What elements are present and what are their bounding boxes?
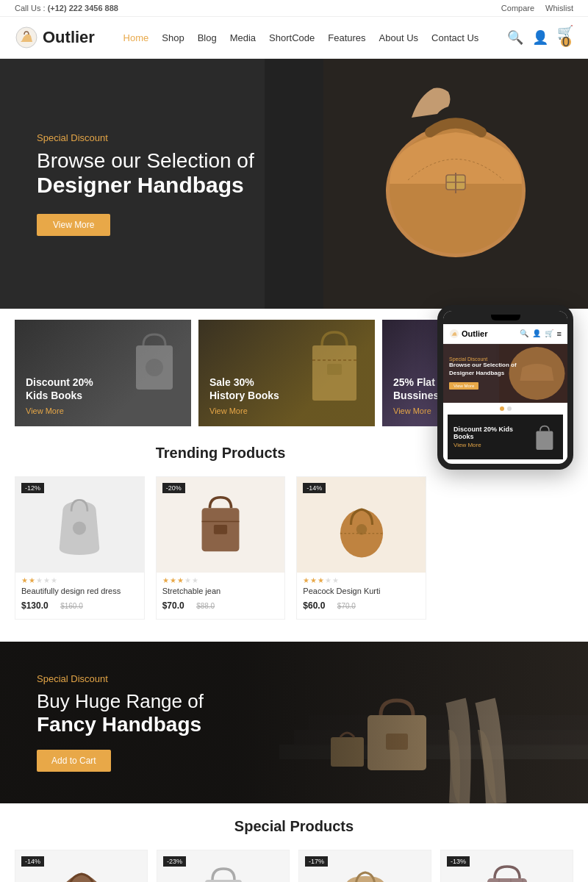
svg-rect-15 (214, 525, 227, 534)
hero-discount-label: Special Discount (37, 132, 254, 143)
product-badge-1: -12% (21, 483, 44, 493)
promo-card-1-link[interactable]: View More (26, 406, 180, 415)
product-pricing-3: $60.0 $70.0 (297, 598, 426, 612)
phone-promo-bag (532, 420, 557, 453)
nav-contact[interactable]: Contact Us (431, 32, 478, 43)
second-hero-banner: Special Discount Buy Huge Range of Fancy… (0, 642, 588, 803)
trending-products-area: Trending Products -12% ★ ★ (15, 445, 573, 620)
hero-title-line1: Browse our Selection of (37, 149, 254, 173)
phone-cart-icon: 🛒 (545, 329, 553, 338)
product-stars-3: ★ ★ ★ ★ ★ (297, 573, 426, 587)
header: Outlier Home Shop Blog Media ShortCode F… (0, 17, 588, 59)
special-product-badge-3: -17% (305, 856, 328, 867)
product-stars-1: ★ ★ ★ ★ ★ (15, 573, 144, 587)
hero-content: Special Discount Browse our Selection of… (0, 132, 291, 236)
second-hero-line1: Buy Huge Range of (37, 690, 204, 713)
special-products-title: Special Products (15, 818, 573, 835)
main-nav: Home Shop Blog Media ShortCode Features … (123, 32, 479, 43)
promo-card-1: Discount 20%Kids Books View More (15, 320, 191, 426)
phone-logo-icon (449, 329, 459, 339)
cart-badge: 0 (561, 37, 571, 47)
special-bag-svg-4 (481, 858, 533, 882)
logo[interactable]: Outlier (15, 26, 95, 49)
nav-media[interactable]: Media (230, 32, 256, 43)
topbar-phone: Call Us : (+12) 222 3456 888 (15, 4, 118, 12)
product-badge-3: -14% (303, 483, 326, 493)
phone-header: Outlier 🔍 👤 🛒 ≡ (443, 324, 567, 344)
product-name-2: Stretchable jean (157, 587, 285, 595)
phone-account-icon: 👤 (532, 329, 541, 338)
svg-point-13 (73, 521, 86, 534)
phone-logo-area: Outlier (449, 329, 487, 339)
product-name-3: Peacock Design Kurti (297, 587, 426, 595)
phone-promo-link[interactable]: View More (453, 442, 532, 448)
product-pricing-1: $130.0 $160.0 (15, 598, 144, 612)
phone-hero-discount: Special Discount (449, 356, 517, 362)
bag-svg-2 (191, 488, 250, 562)
phone-icon-group: 🔍 👤 🛒 ≡ (520, 329, 562, 338)
header-icons: 🔍 👤 🛒 0 (507, 24, 573, 51)
nav-about[interactable]: About Us (379, 32, 418, 43)
nav-shortcode[interactable]: ShortCode (269, 32, 315, 43)
phone-search-icon: 🔍 (520, 329, 528, 338)
phone-promo-card: Discount 20% Kids Books View More (448, 415, 563, 459)
special-bag-svg-3 (340, 858, 391, 882)
svg-rect-11 (327, 364, 342, 375)
nav-home[interactable]: Home (123, 32, 149, 43)
svg-point-9 (146, 359, 163, 376)
second-hero-discount-label: Special Discount (37, 673, 204, 684)
product-stars-2: ★ ★ ★ ★ ★ (157, 573, 285, 587)
phone-hero-button[interactable]: View More (449, 382, 478, 390)
promo-card-2-title: Sale 30%History Books (209, 376, 364, 402)
promo-card-2-link[interactable]: View More (209, 406, 364, 415)
account-icon[interactable]: 👤 (532, 29, 548, 46)
special-product-badge-4: -13% (447, 856, 470, 867)
bag-svg-1 (50, 488, 109, 562)
hero-banner: Special Discount Browse our Selection of… (0, 59, 588, 309)
promo-mobile-section: Discount 20%Kids Books View More Sale 30… (0, 309, 588, 634)
hero-bag-area (265, 59, 588, 309)
svg-point-31 (61, 875, 102, 882)
special-product-card-4: -13% (440, 850, 573, 882)
phone-logo-text: Outlier (462, 329, 487, 338)
special-product-badge-1: -14% (21, 856, 44, 867)
product-card-1: -12% ★ ★ ★ ★ ★ (15, 476, 145, 620)
cart-icon[interactable]: 🛒 0 (557, 24, 573, 51)
special-bag-svg-2 (198, 858, 249, 882)
phone-promo-inner: Discount 20% Kids Books View More (453, 420, 557, 453)
nav-shop[interactable]: Shop (162, 32, 184, 43)
phone-mockup: Outlier 🔍 👤 🛒 ≡ (437, 305, 577, 470)
promo-card-1-title: Discount 20%Kids Books (26, 376, 180, 402)
special-product-badge-2: -23% (163, 856, 186, 867)
phone-promo-title: Discount 20% Kids Books (453, 426, 532, 440)
phone-top-bar (443, 311, 567, 324)
phone-promo-text: Discount 20% Kids Books View More (453, 426, 532, 448)
phone-notch (491, 315, 520, 320)
product-card-3: -14% ★ ★ ★ ★ ★ (296, 476, 426, 620)
product-badge-2: -20% (162, 483, 185, 493)
bag-svg-3 (332, 488, 391, 562)
special-bag-svg-1 (56, 858, 107, 882)
phone-hero: Special Discount Browse our Selection of… (443, 344, 567, 403)
second-hero-add-to-cart-button[interactable]: Add to Cart (37, 750, 111, 772)
phone-dots (443, 403, 567, 415)
wishlist-link[interactable]: Whislist (545, 4, 573, 12)
product-pricing-2: $70.0 $88.0 (157, 598, 285, 612)
special-product-card-2: -23% (157, 850, 290, 882)
phone-hero-title: Browse our Selection ofDesigner Handbags (449, 362, 517, 377)
nav-blog[interactable]: Blog (198, 32, 217, 43)
nav-features[interactable]: Features (328, 32, 365, 43)
product-card-2: -20% ★ ★ ★ ★ ★ (156, 476, 286, 620)
topbar: Call Us : (+12) 222 3456 888 Compare Whi… (0, 0, 588, 17)
promo-card-2: Sale 30%History Books View More (198, 320, 375, 426)
phone-hero-text: Special Discount Browse our Selection of… (443, 353, 523, 394)
dot-1 (500, 406, 504, 411)
trending-title: Trending Products (15, 445, 426, 462)
phone-menu-icon: ≡ (557, 329, 562, 338)
special-products-grid: -14% -23% -17% (15, 850, 573, 882)
hero-view-more-button[interactable]: View More (37, 214, 110, 236)
search-icon[interactable]: 🔍 (507, 29, 523, 46)
dot-2 (507, 406, 512, 411)
compare-link[interactable]: Compare (501, 4, 534, 12)
trending-mobile-row: Trending Products -12% ★ ★ (0, 437, 588, 634)
